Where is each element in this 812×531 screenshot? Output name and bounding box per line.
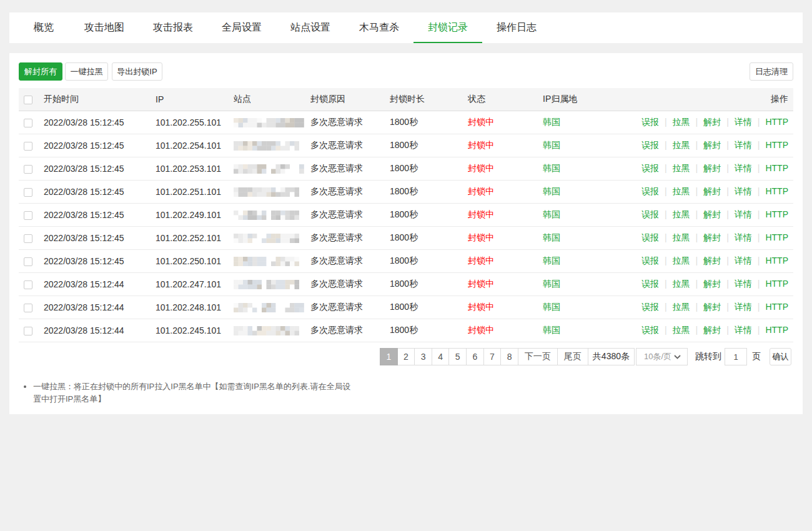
action-misreport[interactable]: 误报 [641, 209, 659, 219]
action-details[interactable]: 详情 [735, 117, 752, 127]
select-all-checkbox[interactable] [24, 96, 32, 104]
action-unblock[interactable]: 解封 [703, 186, 721, 196]
action-unblock[interactable]: 解封 [703, 117, 721, 127]
action-misreport[interactable]: 误报 [641, 163, 659, 173]
action-http[interactable]: HTTP [765, 232, 788, 242]
page-button-5[interactable]: 5 [448, 348, 467, 365]
action-blacklist[interactable]: 拉黑 [673, 163, 690, 173]
action-http[interactable]: HTTP [765, 209, 788, 219]
cell-status: 封锁中 [468, 186, 543, 197]
action-http[interactable]: HTTP [765, 279, 788, 289]
action-separator: | [696, 325, 698, 335]
action-unblock[interactable]: 解封 [703, 325, 721, 335]
header-actions: 操作 [640, 94, 793, 105]
tab-operation-log[interactable]: 操作日志 [482, 12, 551, 43]
table-row: 2022/03/28 15:12:44 101.202.247.101 多次恶意… [19, 273, 793, 296]
action-details[interactable]: 详情 [735, 163, 752, 173]
row-checkbox[interactable] [24, 188, 32, 197]
tab-overview[interactable]: 概览 [17, 12, 70, 43]
page-button-3[interactable]: 3 [414, 348, 432, 365]
cell-ip: 101.202.252.101 [156, 233, 234, 243]
cell-time: 2022/03/28 15:12:44 [44, 302, 156, 312]
action-blacklist[interactable]: 拉黑 [673, 209, 690, 219]
action-unblock[interactable]: 解封 [703, 209, 721, 219]
action-misreport[interactable]: 误报 [641, 117, 659, 127]
action-http[interactable]: HTTP [765, 302, 788, 312]
action-unblock[interactable]: 解封 [703, 279, 721, 289]
last-page-button[interactable]: 尾页 [557, 348, 588, 365]
unblock-all-button[interactable]: 解封所有 [19, 62, 62, 81]
action-blacklist[interactable]: 拉黑 [673, 232, 690, 242]
page-button-6[interactable]: 6 [466, 348, 484, 365]
action-misreport[interactable]: 误报 [641, 140, 659, 150]
action-misreport[interactable]: 误报 [641, 186, 659, 196]
action-blacklist[interactable]: 拉黑 [673, 256, 690, 266]
action-http[interactable]: HTTP [765, 163, 788, 173]
action-http[interactable]: HTTP [765, 117, 788, 127]
row-checkbox[interactable] [24, 234, 32, 243]
row-checkbox[interactable] [24, 165, 32, 174]
action-unblock[interactable]: 解封 [703, 140, 721, 150]
action-details[interactable]: 详情 [735, 232, 752, 242]
row-checkbox[interactable] [24, 257, 32, 266]
row-checkbox[interactable] [24, 280, 32, 289]
action-http[interactable]: HTTP [765, 256, 788, 266]
action-blacklist[interactable]: 拉黑 [673, 325, 690, 335]
tab-trojan-scan[interactable]: 木马查杀 [345, 12, 413, 43]
action-details[interactable]: 详情 [735, 209, 752, 219]
tab-label: 概览 [34, 22, 54, 32]
row-checkbox[interactable] [24, 327, 32, 335]
action-misreport[interactable]: 误报 [641, 302, 659, 312]
action-misreport[interactable]: 误报 [641, 256, 659, 266]
page-size-select[interactable]: 10条/页 [636, 348, 688, 365]
action-details[interactable]: 详情 [735, 325, 752, 335]
action-details[interactable]: 详情 [735, 302, 752, 312]
tab-global-settings[interactable]: 全局设置 [207, 12, 276, 43]
action-details[interactable]: 详情 [735, 256, 752, 266]
page-button-2[interactable]: 2 [397, 348, 415, 365]
tab-attack-map[interactable]: 攻击地图 [70, 12, 139, 43]
cell-location: 韩国 [543, 209, 640, 221]
row-checkbox[interactable] [24, 211, 32, 220]
jump-page-input[interactable] [725, 348, 747, 365]
page-button-7[interactable]: 7 [483, 348, 502, 365]
tab-block-records[interactable]: 封锁记录 [413, 12, 482, 43]
action-separator: | [758, 256, 760, 266]
export-blocked-ip-button[interactable]: 导出封锁IP [112, 62, 162, 81]
cell-duration: 1800秒 [390, 256, 468, 267]
action-unblock[interactable]: 解封 [703, 232, 721, 242]
next-page-button[interactable]: 下一页 [518, 348, 558, 365]
row-checkbox[interactable] [24, 119, 32, 127]
action-http[interactable]: HTTP [765, 325, 788, 335]
action-blacklist[interactable]: 拉黑 [673, 117, 690, 127]
tab-site-settings[interactable]: 站点设置 [276, 12, 345, 43]
row-checkbox[interactable] [24, 304, 32, 312]
action-misreport[interactable]: 误报 [641, 325, 659, 335]
action-misreport[interactable]: 误报 [641, 279, 659, 289]
page-button-4[interactable]: 4 [432, 348, 450, 365]
action-details[interactable]: 详情 [735, 279, 752, 289]
action-unblock[interactable]: 解封 [703, 256, 721, 266]
page-button-1-active[interactable]: 1 [380, 348, 398, 365]
cell-location: 韩国 [543, 140, 640, 151]
action-http[interactable]: HTTP [765, 186, 788, 196]
header-ip: IP [156, 94, 234, 104]
row-checkbox[interactable] [24, 142, 32, 151]
tab-attack-report[interactable]: 攻击报表 [139, 12, 207, 43]
log-clean-button[interactable]: 日志清理 [750, 62, 793, 81]
action-blacklist[interactable]: 拉黑 [673, 279, 690, 289]
action-details[interactable]: 详情 [735, 140, 752, 150]
action-details[interactable]: 详情 [735, 186, 752, 196]
confirm-button[interactable]: 确认 [770, 348, 791, 365]
page-button-8[interactable]: 8 [500, 348, 518, 365]
action-separator: | [665, 256, 667, 266]
action-separator: | [726, 186, 729, 196]
action-blacklist[interactable]: 拉黑 [673, 140, 690, 150]
action-unblock[interactable]: 解封 [703, 302, 721, 312]
action-misreport[interactable]: 误报 [641, 232, 659, 242]
action-http[interactable]: HTTP [765, 140, 788, 150]
action-blacklist[interactable]: 拉黑 [673, 302, 690, 312]
blacklist-all-button[interactable]: 一键拉黑 [65, 62, 108, 81]
action-unblock[interactable]: 解封 [703, 163, 721, 173]
action-blacklist[interactable]: 拉黑 [673, 186, 690, 196]
